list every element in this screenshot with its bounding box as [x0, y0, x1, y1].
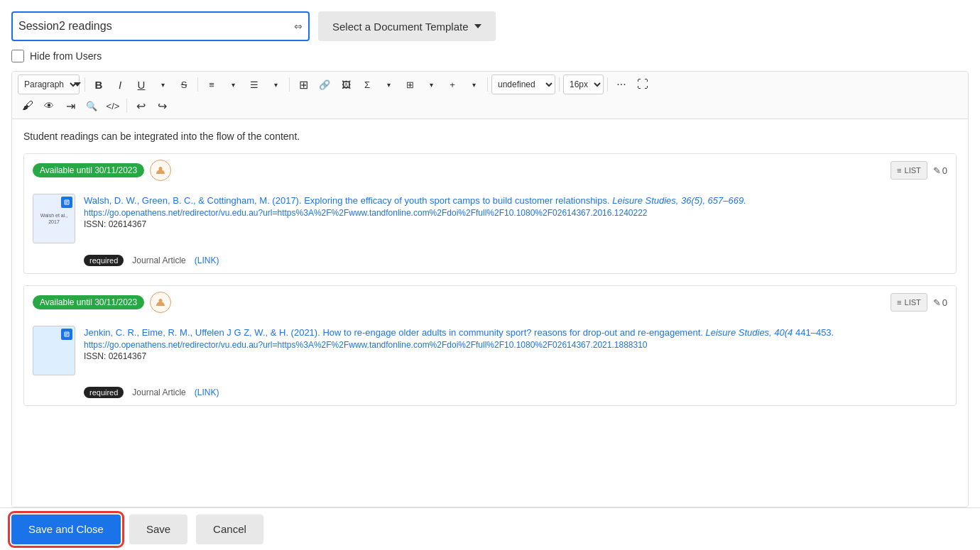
- reading-title-2: Jenkin, C. R., Eime, R. M., Uffelen J G …: [84, 326, 947, 340]
- thumbnail-icon-1: [61, 197, 72, 208]
- align-chevron-icon: ▾: [223, 75, 243, 94]
- reading-link-1[interactable]: (LINK): [195, 255, 219, 265]
- edit-btn-2[interactable]: ✎ 0: [933, 293, 947, 312]
- reading-issn-1: ISSN: 02614367: [84, 219, 947, 229]
- underline-button[interactable]: U: [131, 75, 151, 94]
- bold-button[interactable]: B: [89, 75, 109, 94]
- list-chevron-icon: ▾: [266, 75, 285, 94]
- formula-button[interactable]: Σ: [357, 75, 377, 94]
- divider-5: [559, 77, 560, 92]
- reading-card-1-header: Available until 30/11/2023 ≡ LIST: [24, 154, 956, 187]
- thumbnail-text-1: Walsh et al., 2017: [33, 211, 75, 226]
- paragraph-chevron-icon: [74, 82, 81, 87]
- reading-url-1: https://go.openathens.net/redirector/vu.…: [84, 208, 947, 218]
- redo-button[interactable]: ↪: [152, 96, 172, 116]
- divider-3: [289, 77, 290, 92]
- undo-button[interactable]: ↩: [131, 96, 151, 116]
- title-input-wrapper[interactable]: ⇔: [11, 11, 310, 41]
- thumbnail-icon-2: [61, 329, 72, 340]
- image-button[interactable]: 🖼: [336, 75, 356, 94]
- toolbar-row-1: Paragraph Heading 1 Heading 2 B I U ▾ S …: [18, 75, 962, 94]
- reading-info-1: Walsh, D. W., Green, B. C., & Cottingham…: [84, 194, 947, 229]
- save-button[interactable]: Save: [129, 515, 187, 544]
- toolbar: Paragraph Heading 1 Heading 2 B I U ▾ S …: [12, 72, 968, 119]
- table-button[interactable]: ⊞: [400, 75, 420, 94]
- divider-6: [607, 77, 608, 92]
- list-btn-1-label: LIST: [905, 166, 921, 175]
- reading-footer-1: required Journal Article (LINK): [24, 251, 956, 273]
- paragraph-select[interactable]: Paragraph Heading 1 Heading 2: [18, 75, 80, 94]
- editor-container: Paragraph Heading 1 Heading 2 B I U ▾ S …: [11, 71, 969, 507]
- reading-link-2[interactable]: (LINK): [195, 387, 219, 397]
- reading-card-2-header: Available until 30/11/2023 ≡ LIST: [24, 286, 956, 319]
- divider-2: [197, 77, 198, 92]
- reading-title-1: Walsh, D. W., Green, B. C., & Cottingham…: [84, 194, 947, 208]
- reading-title-italic-1: Leisure Studies, 36(5), 657–669.: [612, 195, 746, 206]
- special-char-button[interactable]: ⊞: [293, 75, 313, 94]
- reading-card-2: Available until 30/11/2023 ≡ LIST: [23, 285, 957, 406]
- list-icon-2: ≡: [897, 298, 901, 307]
- list-btn-2[interactable]: ≡ LIST: [891, 293, 927, 312]
- divider-7: [126, 99, 127, 113]
- list-btn-2-label: LIST: [905, 298, 921, 307]
- top-bar: ⇔ Select a Document Template: [11, 11, 969, 41]
- format-paint-button[interactable]: 🖌: [18, 96, 38, 116]
- font-family-select[interactable]: undefined: [491, 75, 555, 94]
- reading-card-1: Available until 30/11/2023 ≡ LIST: [23, 153, 957, 274]
- reading-title-text-1: Walsh, D. W., Green, B. C., & Cottingham…: [84, 195, 610, 206]
- bottom-bar: Save and Close Save Cancel: [0, 507, 980, 550]
- visibility-button[interactable]: 👁: [39, 96, 59, 116]
- reading-card-1-actions: ≡ LIST ✎ 0: [891, 161, 947, 180]
- list-button[interactable]: ☰: [244, 75, 264, 94]
- editor-content[interactable]: Student readings can be integrated into …: [12, 119, 968, 507]
- reading-url-extra-2: 441–453.: [795, 327, 834, 338]
- link-button[interactable]: 🔗: [315, 75, 334, 94]
- underline-chevron-icon: ▾: [153, 75, 173, 94]
- edit-btn-2-label: 0: [942, 297, 947, 308]
- cancel-button[interactable]: Cancel: [196, 515, 263, 544]
- chevron-down-icon: [474, 24, 481, 28]
- reading-footer-2: required Journal Article (LINK): [24, 383, 956, 405]
- table-chevron-icon: ▾: [421, 75, 441, 94]
- user-icon-2: [156, 297, 165, 307]
- resize-icon: ⇔: [294, 21, 303, 32]
- reading-url-2: https://go.openathens.net/redirector/vu.…: [84, 340, 947, 350]
- indent-button[interactable]: ⇥: [60, 96, 80, 116]
- more-button[interactable]: ···: [611, 75, 631, 94]
- reading-thumbnail-1: Walsh et al., 2017: [33, 194, 75, 243]
- toolbar-row-2: 🖌 👁 ⇥ 🔍 </> ↩ ↪: [18, 96, 962, 116]
- insert-button[interactable]: +: [442, 75, 462, 94]
- strikethrough-button[interactable]: S: [174, 75, 194, 94]
- user-icon-btn-1[interactable]: [150, 160, 171, 181]
- fullscreen-button[interactable]: ⛶: [633, 75, 653, 94]
- divider-4: [487, 77, 488, 92]
- edit-icon-2: ✎: [933, 297, 941, 308]
- required-badge-2: required: [84, 387, 124, 398]
- code-button[interactable]: </>: [103, 96, 123, 116]
- required-badge-1: required: [84, 255, 124, 266]
- user-icon-btn-2[interactable]: [150, 292, 171, 313]
- reading-info-2: Jenkin, C. R., Eime, R. M., Uffelen J G …: [84, 326, 947, 361]
- template-button[interactable]: Select a Document Template: [318, 11, 496, 41]
- font-size-select[interactable]: 16px 12px 14px 18px: [563, 75, 604, 94]
- divider-1: [85, 77, 85, 92]
- reading-issn-2: ISSN: 02614367: [84, 351, 947, 361]
- editor-body-text: Student readings can be integrated into …: [23, 131, 957, 142]
- edit-btn-1[interactable]: ✎ 0: [933, 161, 947, 180]
- reading-title-text-2: Jenkin, C. R., Eime, R. M., Uffelen J G …: [84, 327, 703, 338]
- align-button[interactable]: ≡: [202, 75, 222, 94]
- title-input[interactable]: [18, 20, 303, 33]
- user-icon-1: [156, 165, 165, 175]
- italic-button[interactable]: I: [110, 75, 130, 94]
- save-close-button[interactable]: Save and Close: [11, 515, 121, 544]
- hide-from-users-label[interactable]: Hide from Users: [30, 50, 102, 62]
- reading-thumbnail-2: [33, 326, 75, 375]
- available-badge-2: Available until 30/11/2023: [33, 295, 144, 309]
- hide-from-users-checkbox[interactable]: [11, 50, 24, 62]
- search-replace-button[interactable]: 🔍: [82, 96, 102, 116]
- list-btn-1[interactable]: ≡ LIST: [891, 161, 927, 180]
- reading-type-2: Journal Article: [132, 387, 185, 397]
- insert-chevron-icon: ▾: [464, 75, 484, 94]
- reading-card-2-body: Jenkin, C. R., Eime, R. M., Uffelen J G …: [24, 319, 956, 383]
- available-badge-1: Available until 30/11/2023: [33, 163, 144, 177]
